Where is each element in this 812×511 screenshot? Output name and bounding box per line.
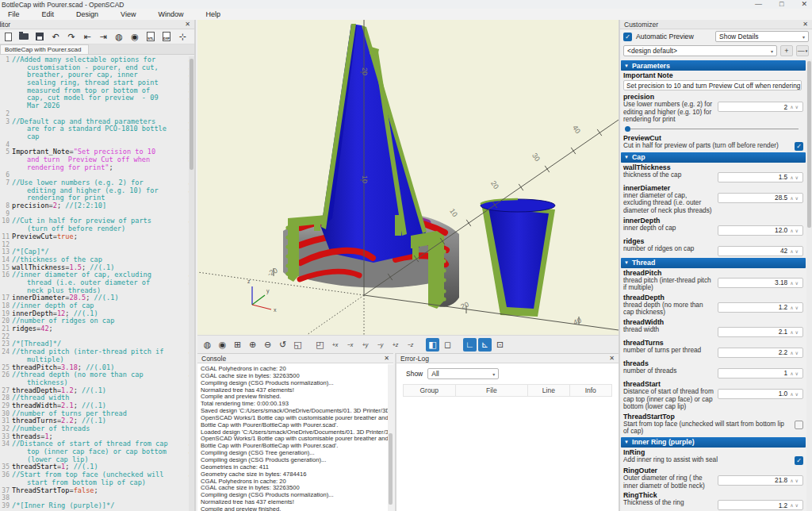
- customizer-close-icon[interactable]: ✕: [802, 21, 808, 28]
- param-text-input[interactable]: Set precision to 10 and turn Preview Cut…: [623, 80, 802, 90]
- viewport-3d[interactable]: -202040201010203040zyx: [197, 20, 619, 335]
- minimize-button[interactable]: —: [755, 0, 762, 8]
- editor-scrollbar[interactable]: [189, 56, 194, 511]
- param-spinbox[interactable]: 2∧∨: [718, 102, 803, 112]
- customizer-scrollbar-thumb[interactable]: [807, 61, 811, 228]
- view-bottom-icon[interactable]: −z: [404, 338, 417, 352]
- orthographic-icon[interactable]: ◻: [441, 338, 454, 352]
- axes-icon[interactable]: ⊹: [176, 31, 189, 43]
- perspective-icon[interactable]: ◧: [426, 338, 439, 352]
- menu-design[interactable]: Design: [65, 10, 109, 18]
- error-log-column-group[interactable]: Group: [404, 385, 456, 396]
- editor-close-icon[interactable]: ✕: [185, 21, 190, 28]
- param-spinbox[interactable]: 1.2∧∨: [718, 302, 803, 313]
- menu-help[interactable]: Help: [194, 10, 232, 18]
- spin-arrows-icon[interactable]: ∧∨: [790, 195, 802, 201]
- preview-icon[interactable]: ◍: [113, 31, 125, 43]
- customizer-scrollbar[interactable]: [806, 60, 812, 511]
- section-header-parameters[interactable]: ▼Parameters: [621, 60, 806, 71]
- view-top-icon[interactable]: +z: [389, 338, 402, 352]
- remove-preset-button[interactable]: —▾: [796, 45, 809, 56]
- menu-window[interactable]: Window: [147, 10, 194, 18]
- redo-icon[interactable]: ↷: [65, 31, 78, 43]
- console-close-icon[interactable]: ✕: [384, 355, 389, 362]
- spin-arrows-icon[interactable]: ∧∨: [790, 478, 802, 483]
- spin-arrows-icon[interactable]: ∧∨: [790, 175, 802, 180]
- param-spinbox[interactable]: 1.0∧∨: [718, 389, 803, 399]
- error-log-filter-dropdown[interactable]: All ▾: [427, 368, 499, 379]
- menu-view[interactable]: View: [109, 10, 147, 18]
- editor-scrollbar-thumb[interactable]: [190, 59, 193, 170]
- view-back-icon[interactable]: +y: [358, 338, 372, 352]
- unindent-icon[interactable]: ⇤: [81, 31, 94, 43]
- spin-arrows-icon[interactable]: ∧∨: [790, 104, 802, 110]
- console-scrollbar-thumb[interactable]: [389, 433, 393, 505]
- export-stl-icon[interactable]: STL: [144, 31, 157, 43]
- zoom-out-icon[interactable]: ⊖: [261, 338, 274, 352]
- section-header-cap[interactable]: ▼Cap: [621, 152, 806, 163]
- console-scrollbar[interactable]: [388, 364, 393, 511]
- export-dxf-icon[interactable]: DXF: [160, 31, 173, 43]
- error-log-close-icon[interactable]: ✕: [609, 355, 615, 362]
- error-log-column-info[interactable]: Info: [570, 385, 611, 396]
- param-spinbox[interactable]: 42∧∨: [718, 246, 803, 256]
- zoom-in-icon[interactable]: ⊕: [246, 338, 259, 352]
- editor-tab[interactable]: BottleCap with Pourer.scad: [0, 44, 89, 54]
- param-slider[interactable]: [625, 125, 799, 132]
- close-button[interactable]: ✕: [801, 0, 807, 8]
- view-left-icon[interactable]: −x: [343, 338, 357, 352]
- show-scale-icon[interactable]: ⊾: [478, 338, 492, 352]
- reset-view-icon[interactable]: ↺: [276, 338, 289, 352]
- preview-icon[interactable]: ◍: [201, 338, 214, 352]
- param-spinbox[interactable]: 2.1∧∨: [718, 327, 803, 337]
- render-icon[interactable]: ◉: [128, 31, 141, 43]
- spin-arrows-icon[interactable]: ∧∨: [790, 371, 802, 376]
- param-checkbox[interactable]: ✓: [795, 142, 803, 151]
- menu-file[interactable]: File: [0, 10, 31, 18]
- show-crosshairs-icon[interactable]: ⊡: [493, 338, 507, 352]
- zoom-all-icon[interactable]: ⊞: [231, 338, 244, 352]
- perspective-box-icon[interactable]: ◰: [313, 338, 327, 352]
- error-log-column-file[interactable]: File: [456, 385, 529, 396]
- open-file-icon[interactable]: [17, 31, 30, 43]
- view-front-icon[interactable]: −y: [373, 338, 387, 352]
- param-spinbox[interactable]: 21.8∧∨: [718, 475, 803, 486]
- param-checkbox[interactable]: [795, 421, 803, 429]
- spin-arrows-icon[interactable]: ∧∨: [790, 502, 802, 508]
- spin-arrows-icon[interactable]: ∧∨: [790, 280, 802, 286]
- add-preset-button[interactable]: +: [780, 45, 793, 56]
- param-spinbox[interactable]: 1.5∧∨: [718, 172, 803, 182]
- section-header-thread[interactable]: ▼Thread: [621, 258, 806, 268]
- slider-knob[interactable]: [625, 126, 630, 132]
- param-spinbox[interactable]: 3.18∧∨: [718, 278, 803, 288]
- spin-arrows-icon[interactable]: ∧∨: [790, 248, 802, 254]
- preset-dropdown[interactable]: <design default> ▾: [623, 45, 777, 56]
- indent-icon[interactable]: ⇥: [97, 31, 109, 43]
- section-header-inner-ring-purple-[interactable]: ▼Inner Ring (purple): [621, 437, 806, 448]
- code-editor[interactable]: 1//Added many selectable options for↵cus…: [0, 56, 194, 511]
- param-spinbox[interactable]: 1∧∨: [718, 368, 803, 378]
- spin-arrows-icon[interactable]: ∧∨: [790, 329, 802, 335]
- param-spinbox[interactable]: 1.2∧∨: [718, 500, 803, 510]
- menu-edit[interactable]: Edit: [31, 10, 66, 18]
- view-right-icon[interactable]: +x: [328, 338, 342, 352]
- view-all-icon[interactable]: ◱: [291, 338, 304, 352]
- param-spinbox[interactable]: 2.2∧∨: [718, 348, 803, 358]
- spin-arrows-icon[interactable]: ∧∨: [790, 391, 802, 397]
- save-icon[interactable]: [33, 31, 46, 43]
- spin-arrows-icon[interactable]: ∧∨: [790, 228, 802, 233]
- render-icon[interactable]: ◉: [216, 338, 229, 352]
- undo-icon[interactable]: ↶: [49, 31, 62, 43]
- show-axes-icon[interactable]: ∟: [463, 338, 477, 352]
- error-log-column-line[interactable]: Line: [528, 385, 569, 396]
- new-file-icon[interactable]: [2, 31, 14, 43]
- spin-arrows-icon[interactable]: ∧∨: [790, 305, 802, 310]
- maximize-button[interactable]: □: [779, 0, 783, 8]
- param-spinbox[interactable]: 12.0∧∨: [718, 225, 803, 236]
- console-log[interactable]: CGAL Polyhedrons in cache: 20CGAL cache …: [197, 364, 388, 511]
- param-spinbox[interactable]: 28.5∧∨: [718, 193, 803, 203]
- automatic-preview-checkbox[interactable]: ✓: [623, 33, 632, 41]
- param-checkbox[interactable]: ✓: [795, 456, 803, 465]
- show-details-dropdown[interactable]: Show Details ▾: [715, 31, 809, 42]
- spin-arrows-icon[interactable]: ∧∨: [790, 350, 802, 355]
